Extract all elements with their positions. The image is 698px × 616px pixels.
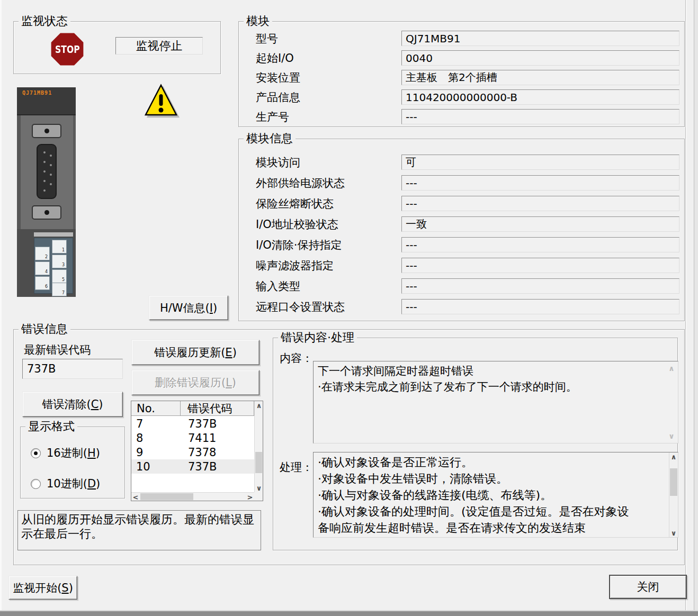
close-button[interactable]: 关闭 [609,575,687,599]
terminal-5: 5 [52,269,67,283]
module-row-value: QJ71MB91 [401,31,679,46]
scroll-up-icon[interactable]: ∧ [667,364,676,373]
module-info-label: 噪声滤波器指定 [256,259,334,273]
connector-screw-top [32,124,61,138]
scroll-up-icon[interactable]: ∧ [669,452,678,461]
error-detail-title: 错误内容·处理 [278,331,357,345]
scroll-down-icon[interactable]: ∨ [667,431,676,441]
module-info-value: 一致 [401,216,679,232]
handling-label: 处理： [280,460,313,474]
hw-info-button[interactable]: H/W信息(I) [149,295,228,320]
error-history-update-button[interactable]: 错误履历更新(E) [131,340,259,365]
error-clear-button[interactable]: 错误清除(C) [22,392,123,417]
module-info-label: 外部供给电源状态 [256,176,345,190]
scrollbar-corner [254,492,263,501]
error-handling-text: ·确认对象设备是否正常运行。 ·对象设备中发生错误时，清除错误。 ·确认与对象设… [314,452,669,537]
warning-icon [144,84,178,120]
latest-error-code-label: 最新错误代码 [24,343,91,357]
radio-hex-label: 16进制(H) [47,447,100,459]
module-detail-info-dialog: 监视状态 STOP 监视停止 QJ71MB91 1 2 3 4 5 6 7 [0,0,698,616]
handling-vertical-scrollbar[interactable]: ∧ ∨ [669,452,678,537]
monitor-status-value: 监视停止 [115,37,203,55]
module-group-title: 模块 [244,14,272,28]
table-row[interactable]: 8 7411 [131,431,254,445]
window-right-edge [694,0,698,611]
error-content-box[interactable]: 下一个请求间隔定时器超时错误 ·在请求未完成之前到达了发布了下一个请求的时间。 … [313,361,678,443]
connector-pins [43,151,46,153]
vertical-scroll-thumb[interactable] [670,468,677,496]
module-led-display: QJ71MB91 [17,87,76,115]
column-header-error-code[interactable]: 错误代码 [181,401,254,415]
window-bottom-edge [0,611,698,616]
module-info-value: --- [401,175,679,191]
error-history-delete-button[interactable]: 删除错误履历(L) [131,370,259,395]
module-info-label: 远程口令设置状态 [256,300,345,314]
error-content-text: 下一个请求间隔定时器超时错误 ·在请求未完成之前到达了发布了下一个请求的时间。 [314,361,678,443]
table-row-selected[interactable]: 10 737B [131,459,254,474]
terminal-7: 7 [52,283,67,296]
module-info-label: I/O地址校验状态 [256,218,338,231]
latest-error-code-value: 737B [22,359,123,379]
stop-icon: STOP [51,33,84,66]
module-info-label: 输入类型 [256,279,300,293]
module-row-label: 起始I/O [256,51,294,65]
terminal-top-strip [34,232,73,237]
module-info-group-title: 模块信息 [244,132,296,146]
dsub-connector [37,144,57,199]
error-handling-box[interactable]: ·确认对象设备是否正常运行。 ·对象设备中发生错误时，清除错误。 ·确认与对象设… [313,452,678,538]
radio-hex[interactable]: 16进制(H) [31,447,100,459]
module-info-value: --- [401,278,679,294]
window-left-edge [0,0,2,611]
radio-hex-circle[interactable] [31,448,41,458]
content-label: 内容： [280,351,313,365]
module-info-value: 可 [401,155,679,170]
radio-dec-circle[interactable] [31,479,41,489]
vertical-scroll-thumb[interactable] [255,452,262,473]
monitor-status-title: 监视状态 [19,14,70,28]
terminal-3: 3 [52,255,67,268]
terminal-2: 2 [35,247,50,260]
module-terminal-panel: 1 2 3 4 5 6 7 [17,229,76,297]
module-connector-panel [17,116,76,229]
connector-screw-bottom [32,205,61,220]
module-row-value: 主基板 第2个插槽 [401,70,679,85]
module-row-label: 生产号 [256,110,289,124]
module-row-value: 110420000000000-B [401,89,679,105]
table-vertical-scrollbar[interactable]: ∧ ∨ [254,401,263,492]
module-info-value: --- [401,196,679,211]
module-info-label: 保险丝熔断状态 [256,197,334,211]
scroll-right-icon[interactable]: > [246,493,254,501]
module-row-label: 型号 [256,32,278,46]
module-row-label: 产品信息 [256,90,300,104]
terminal-1: 1 [52,240,67,253]
error-info-group-title: 错误信息 [19,322,70,336]
module-info-value: --- [401,299,679,314]
module-info-label: I/O清除·保持指定 [256,238,342,252]
table-row[interactable]: 9 7378 [131,445,254,459]
radio-dec[interactable]: 10进制(D) [31,477,100,490]
monitor-start-button[interactable]: 监视开始(S) [8,576,77,600]
scroll-down-icon[interactable]: ∨ [669,529,678,537]
module-row-label: 安装位置 [256,71,300,85]
module-row-value: --- [401,109,679,124]
horizontal-scroll-thumb[interactable] [140,493,193,500]
scroll-left-icon[interactable]: < [131,493,140,501]
terminal-4: 4 [35,261,50,275]
scroll-up-icon[interactable]: ∧ [255,401,263,410]
radio-dec-label: 10进制(D) [47,477,100,490]
scroll-down-icon[interactable]: ∨ [255,484,263,492]
module-image: QJ71MB91 1 2 3 4 5 6 7 [17,87,76,297]
error-history-header: No. 错误代码 [131,401,254,416]
display-format-title: 显示格式 [25,420,77,433]
table-row[interactable]: 7 737B [131,416,254,431]
dialog-right-highlight [686,0,687,610]
module-info-value: --- [401,258,679,273]
error-history-table: No. 错误代码 7 737B 8 7411 9 7378 10 737B ∧ … [131,401,263,501]
module-info-value: --- [401,237,679,252]
table-horizontal-scrollbar[interactable]: < > [131,492,254,501]
terminal-6: 6 [35,276,50,290]
history-note: 从旧的履历开始显示错误履历。最新的错误显示在最后一行。 [17,510,261,550]
column-header-no[interactable]: No. [131,401,181,415]
module-row-value: 0040 [401,50,679,66]
module-info-label: 模块访问 [256,156,300,169]
